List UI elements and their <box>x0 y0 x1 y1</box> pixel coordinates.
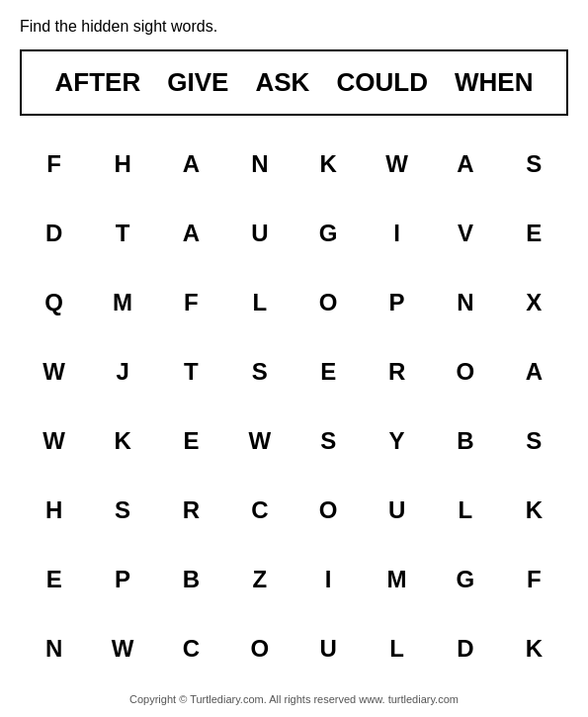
grid-cell: D <box>20 203 88 264</box>
grid-cell: E <box>294 341 363 403</box>
grid-cell: V <box>431 203 499 264</box>
grid-cell: G <box>294 203 363 264</box>
sight-word: WHEN <box>455 67 533 98</box>
grid-cell: H <box>88 134 156 195</box>
grid-cell: T <box>157 341 225 403</box>
grid-cell: M <box>363 549 431 610</box>
grid-cell: P <box>88 549 156 610</box>
grid-cell: R <box>157 480 225 541</box>
grid-cell: R <box>363 341 431 403</box>
grid-cell: N <box>20 618 88 679</box>
grid-cell: A <box>157 203 225 264</box>
grid-cell: F <box>20 134 88 195</box>
grid-cell: U <box>294 618 363 679</box>
grid-cell: I <box>363 203 431 264</box>
grid-cell: S <box>294 410 363 472</box>
grid-cell: A <box>431 134 499 195</box>
grid-cell: N <box>431 272 499 333</box>
grid-cell: O <box>431 341 499 403</box>
grid-cell: S <box>225 341 294 403</box>
sight-word: COULD <box>336 67 427 98</box>
page: Find the hidden sight words. AFTERGIVEAS… <box>0 0 588 717</box>
grid-cell: Y <box>363 410 431 472</box>
grid-cell: W <box>363 134 431 195</box>
word-box: AFTERGIVEASKCOULDWHEN <box>20 49 568 116</box>
grid-cell: Q <box>20 272 88 333</box>
grid-cell: K <box>88 410 156 472</box>
grid-cell: W <box>88 618 156 679</box>
grid-cell: Z <box>225 549 294 610</box>
grid-cell: U <box>363 480 431 541</box>
grid-cell: G <box>431 549 499 610</box>
grid-cell: P <box>363 272 431 333</box>
grid-cell: B <box>157 549 225 610</box>
grid-cell: F <box>157 272 225 333</box>
grid-cell: O <box>225 618 294 679</box>
grid-cell: C <box>225 480 294 541</box>
grid-cell: N <box>225 134 294 195</box>
grid-cell: J <box>88 341 156 403</box>
grid-cell: W <box>20 410 88 472</box>
sight-word: GIVE <box>167 67 228 98</box>
grid-cell: M <box>88 272 156 333</box>
grid-cell: K <box>294 134 363 195</box>
grid-cell: L <box>431 480 499 541</box>
grid-cell: E <box>157 410 225 472</box>
grid-cell: H <box>20 480 88 541</box>
grid-cell: A <box>500 341 568 403</box>
grid-cell: D <box>431 618 499 679</box>
grid-cell: C <box>157 618 225 679</box>
grid-cell: A <box>157 134 225 195</box>
sight-word: ASK <box>256 67 310 98</box>
grid-cell: O <box>294 272 363 333</box>
grid-cell: T <box>88 203 156 264</box>
footer: Copyright © Turtlediary.com. All rights … <box>20 687 568 707</box>
grid-cell: I <box>294 549 363 610</box>
grid-cell: F <box>500 549 568 610</box>
grid-cell: B <box>431 410 499 472</box>
grid-cell: W <box>20 341 88 403</box>
grid-cell: S <box>500 410 568 472</box>
instructions: Find the hidden sight words. <box>20 18 568 36</box>
grid-cell: U <box>225 203 294 264</box>
grid-cell: L <box>225 272 294 333</box>
grid-cell: E <box>20 549 88 610</box>
grid-cell: K <box>500 480 568 541</box>
grid-cell: S <box>500 134 568 195</box>
grid-cell: S <box>88 480 156 541</box>
grid-cell: E <box>500 203 568 264</box>
letter-grid: FHANKWASDTAUGIVEQMFLOPNXWJTSEROAWKEWSYBS… <box>20 134 568 687</box>
grid-cell: K <box>500 618 568 679</box>
grid-cell: L <box>363 618 431 679</box>
grid-cell: X <box>500 272 568 333</box>
grid-cell: W <box>225 410 294 472</box>
sight-word: AFTER <box>55 67 141 98</box>
grid-cell: O <box>294 480 363 541</box>
